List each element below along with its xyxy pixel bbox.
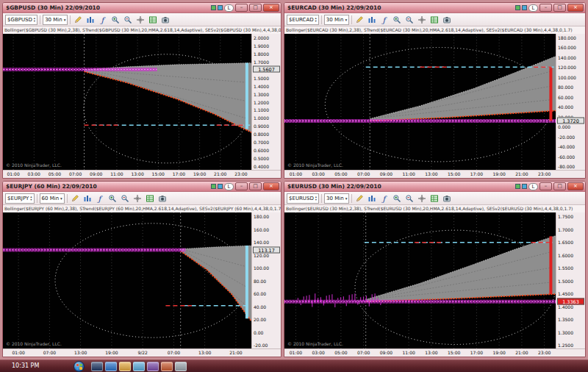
maximize-button[interactable]: □: [553, 4, 566, 12]
pencil-icon[interactable]: [354, 15, 365, 25]
crosshair-icon[interactable]: [417, 193, 427, 204]
instrument-link-icon[interactable]: [515, 5, 520, 10]
indicators-icon[interactable]: ƒ: [379, 193, 390, 204]
titlebar[interactable]: $EURCAD (30 Min) 22/09/2010L–□×: [284, 3, 585, 13]
taskbar-app-icon-2[interactable]: [105, 362, 117, 371]
time-axis-label: 21:00: [214, 171, 226, 176]
pencil-icon[interactable]: [73, 15, 83, 25]
chart-style-icon[interactable]: [82, 193, 93, 204]
grid-icon[interactable]: [145, 193, 155, 204]
interval-link-icon[interactable]: [522, 5, 527, 10]
link-button[interactable]: L: [224, 4, 234, 12]
zoom-in-icon[interactable]: [107, 193, 118, 204]
indicators-icon[interactable]: ƒ: [379, 15, 390, 25]
time-axis[interactable]: 01:0003:0005:0007:0009:0011:0013:0015:00…: [284, 170, 585, 178]
zoom-in-icon[interactable]: [110, 15, 121, 25]
chart-plot[interactable]: [3, 34, 251, 170]
instrument-select[interactable]: $EURCAD▴▾: [287, 15, 319, 25]
grid-icon[interactable]: [429, 193, 440, 204]
instrument-spinner[interactable]: ▴▾: [315, 17, 317, 22]
pencil-icon[interactable]: [70, 193, 80, 204]
svg-text:ƒ: ƒ: [381, 195, 388, 203]
maximize-button[interactable]: □: [249, 4, 262, 12]
titlebar[interactable]: $EURJPY (60 Min) 22/09/2010L–□×: [3, 182, 281, 192]
zoom-out-icon[interactable]: [123, 15, 133, 25]
snapshot-icon[interactable]: [160, 15, 171, 25]
instrument-link-icon[interactable]: [211, 184, 216, 189]
crosshair-icon[interactable]: [135, 15, 146, 25]
taskbar-app-icon-4[interactable]: [133, 362, 145, 371]
instrument-link-icon[interactable]: [515, 184, 520, 189]
instrument-link-icon[interactable]: [211, 5, 216, 10]
taskbar-app-icon-5[interactable]: [147, 362, 159, 371]
instrument-select[interactable]: $GBPUSD▴▾: [5, 15, 37, 25]
time-axis[interactable]: 01:0003:0005:0007:0009:0011:0013:0015:00…: [3, 170, 281, 178]
zoom-out-icon[interactable]: [404, 15, 415, 25]
chart-plot[interactable]: [284, 212, 556, 348]
price-axis-label: 80.00: [254, 278, 266, 283]
indicators-icon[interactable]: ƒ: [98, 15, 108, 25]
close-button[interactable]: ×: [263, 4, 279, 12]
interval-select[interactable]: 60 Min▾: [40, 193, 65, 204]
interval-link-icon[interactable]: [522, 184, 527, 189]
grid-icon[interactable]: [429, 15, 440, 25]
zoom-out-icon[interactable]: [404, 193, 415, 204]
crosshair-icon[interactable]: [417, 15, 427, 25]
price-axis[interactable]: 180.000160.000140.000120.000100.00080.00…: [556, 34, 585, 170]
price-axis-label: 1.3000: [254, 91, 269, 96]
close-button[interactable]: ×: [567, 4, 584, 12]
close-button[interactable]: ×: [567, 182, 584, 190]
taskbar-app-icon-6[interactable]: [161, 362, 173, 371]
minimize-button[interactable]: –: [539, 4, 552, 12]
minimize-button[interactable]: –: [235, 4, 248, 12]
link-button[interactable]: L: [528, 183, 538, 190]
start-button[interactable]: [74, 361, 85, 372]
chart-plot[interactable]: [3, 212, 251, 348]
indicators-icon[interactable]: ƒ: [95, 193, 105, 204]
zoom-in-icon[interactable]: [392, 15, 402, 25]
grid-icon[interactable]: [148, 15, 158, 25]
price-axis-label: 140.00: [254, 240, 269, 245]
crosshair-icon[interactable]: [132, 193, 143, 204]
taskbar-app-icon-7[interactable]: [175, 362, 187, 371]
minimize-button[interactable]: –: [235, 182, 248, 190]
interval-select[interactable]: 30 Min▾: [43, 15, 68, 25]
interval-select[interactable]: 30 Min▾: [324, 15, 349, 25]
chart-style-icon[interactable]: [85, 15, 96, 25]
link-button[interactable]: L: [528, 4, 538, 12]
link-button[interactable]: L: [224, 183, 234, 190]
zoom-out-icon[interactable]: [120, 193, 130, 204]
zoom-in-icon[interactable]: [392, 193, 402, 204]
instrument-select[interactable]: $EURUSD▴▾: [287, 193, 319, 204]
chart-plot[interactable]: [284, 34, 556, 170]
instrument-spinner[interactable]: ▴▾: [315, 196, 317, 201]
price-axis-label: 160.000: [558, 45, 576, 50]
price-axis[interactable]: 1.75001.70001.65001.60001.55001.50001.45…: [556, 212, 585, 348]
interval-select[interactable]: 30 Min▾: [324, 193, 349, 204]
interval-link-icon[interactable]: [218, 184, 223, 189]
chart-style-icon[interactable]: [367, 15, 377, 25]
maximize-button[interactable]: □: [553, 182, 566, 190]
snapshot-icon[interactable]: [442, 193, 452, 204]
pencil-icon[interactable]: [354, 193, 365, 204]
snapshot-icon[interactable]: [442, 15, 452, 25]
taskbar-app-icon-1[interactable]: [91, 362, 103, 371]
minimize-button[interactable]: –: [539, 182, 552, 190]
titlebar[interactable]: $GBPUSD (30 Min) 22/09/2010L–□×: [3, 3, 281, 13]
spin-down-icon: ▾: [315, 20, 317, 23]
titlebar[interactable]: $EURUSD (30 Min) 22/09/2010L–□×: [284, 182, 585, 192]
time-axis[interactable]: 01:0007:0013:0019:009/2207:0013:0021:00: [3, 348, 281, 357]
instrument-spinner[interactable]: ▴▾: [30, 196, 32, 201]
maximize-button[interactable]: □: [249, 182, 262, 190]
snapshot-icon[interactable]: [157, 193, 168, 204]
price-axis[interactable]: 180.00160.00140.00120.00100.0080.0060.00…: [251, 212, 281, 348]
close-button[interactable]: ×: [263, 182, 279, 190]
instrument-spinner[interactable]: ▴▾: [34, 17, 35, 22]
taskbar-app-icon-3[interactable]: [119, 362, 131, 371]
price-axis[interactable]: 2.00001.90001.80001.70001.60001.50001.40…: [251, 34, 281, 170]
chart-style-icon[interactable]: [367, 193, 377, 204]
time-axis[interactable]: 01:0003:0005:0007:0009:0011:0013:0015:00…: [284, 348, 585, 357]
price-axis-label: 1.5500: [558, 265, 573, 271]
interval-link-icon[interactable]: [218, 5, 223, 10]
instrument-select[interactable]: $EURJPY▴▾: [5, 193, 35, 204]
